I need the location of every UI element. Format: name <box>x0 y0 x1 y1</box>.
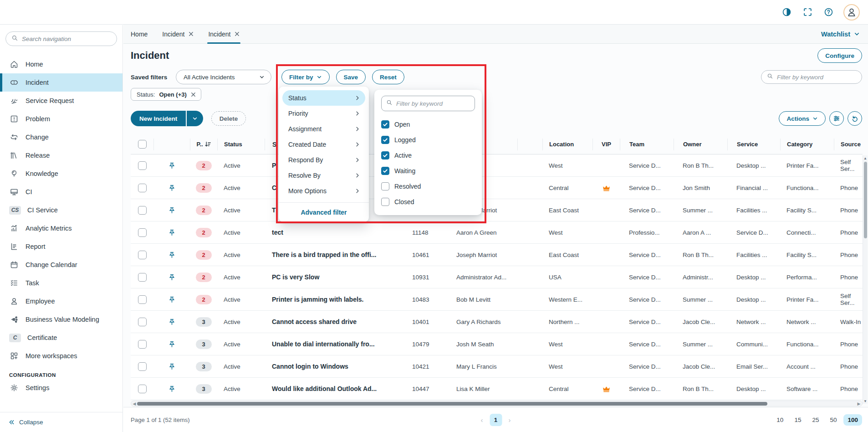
checkbox-unchecked-icon[interactable] <box>381 198 389 206</box>
status-option-resolved[interactable]: Resolved <box>381 179 475 194</box>
tab-home-0[interactable]: Home <box>131 25 148 44</box>
tab-incident-2[interactable]: Incident <box>208 25 240 44</box>
column-settings-icon[interactable] <box>829 111 844 126</box>
table-row[interactable]: 2Activetect11148Aaron A GreenWestProfess… <box>131 221 863 244</box>
vertical-scrollbar[interactable]: ▲ ▼ <box>863 155 868 404</box>
sidebar-item-report[interactable]: Report <box>0 237 123 256</box>
title-cell[interactable]: tect <box>265 229 406 236</box>
pin-icon[interactable] <box>168 229 176 237</box>
pin-icon[interactable] <box>168 340 176 348</box>
row-checkbox[interactable] <box>138 273 147 282</box>
source-column-header[interactable]: Source <box>834 139 863 150</box>
actions-dropdown-button[interactable]: Actions <box>779 111 826 126</box>
table-row[interactable]: 2ActiveThere is a bird trapped in the of… <box>131 244 863 266</box>
sidebar-item-home[interactable]: Home <box>0 55 123 73</box>
vertical-scrollbar-thumb[interactable] <box>864 162 867 238</box>
title-cell[interactable]: PC is very Slow <box>265 273 406 281</box>
pin-icon[interactable] <box>168 363 176 370</box>
sidebar-item-more-workspaces[interactable]: More workspaces <box>0 347 123 365</box>
table-row[interactable]: 3ActiveCannot login to Windows10421Mary … <box>131 355 863 378</box>
pin-icon[interactable] <box>168 184 176 192</box>
sidebar-item-business-value-modeling[interactable]: Business Value Modeling <box>0 310 123 329</box>
title-cell[interactable]: Unable to dial internationally fro... <box>265 340 406 348</box>
checkbox-checked-icon[interactable] <box>381 151 389 159</box>
row-checkbox[interactable] <box>138 161 147 170</box>
pin-icon[interactable] <box>168 385 176 393</box>
table-row[interactable]: 2ActivePrinter is jamming with labels.10… <box>131 288 863 311</box>
page-size-15[interactable]: 15 <box>790 414 805 426</box>
filter-by-button[interactable]: Filter by <box>281 70 330 84</box>
saved-filters-select[interactable]: All Active Incidents <box>176 70 271 84</box>
status-option-waiting[interactable]: Waiting <box>381 163 475 179</box>
page-size-50[interactable]: 50 <box>826 414 841 426</box>
avatar[interactable] <box>843 4 860 21</box>
filter-chip-status[interactable]: Status: Open (+3) <box>131 88 201 101</box>
tab-close-icon[interactable] <box>189 31 194 36</box>
sidebar-search-input[interactable] <box>22 36 111 42</box>
status-option-open[interactable]: Open <box>381 117 475 132</box>
watchlist-dropdown[interactable]: Watchlist <box>821 31 860 38</box>
status-filter-search[interactable] <box>381 96 475 111</box>
filter-menu-item-created-date[interactable]: Created Date <box>282 137 365 152</box>
vip-column-header[interactable]: VIP <box>592 139 620 150</box>
sidebar-item-change[interactable]: Change <box>0 128 123 146</box>
row-checkbox[interactable] <box>138 251 147 259</box>
reset-button[interactable]: Reset <box>372 70 404 84</box>
select-all-checkbox[interactable] <box>138 140 147 149</box>
new-incident-button[interactable]: New Incident <box>131 111 186 126</box>
table-row[interactable]: 3ActiveCannot access shared drive10401Ga… <box>131 311 863 333</box>
page-size-25[interactable]: 25 <box>808 414 823 426</box>
sidebar-item-ci-service[interactable]: CSCI Service <box>0 201 123 219</box>
scroll-right-icon[interactable]: ▶ <box>856 401 862 406</box>
chip-remove-icon[interactable] <box>191 92 196 97</box>
table-row[interactable]: 2ActivePC is very Slow10931Administrator… <box>131 266 863 288</box>
sidebar-item-certificate[interactable]: CCertificate <box>0 329 123 347</box>
filter-menu-item-more-options[interactable]: More Options <box>282 183 365 199</box>
page-size-10[interactable]: 10 <box>772 414 787 426</box>
horizontal-scrollbar-thumb[interactable] <box>137 402 767 406</box>
sidebar-item-release[interactable]: Release <box>0 146 123 165</box>
sidebar-item-employee[interactable]: Employee <box>0 292 123 310</box>
sidebar-item-problem[interactable]: Problem <box>0 110 123 128</box>
pin-icon[interactable] <box>168 251 176 259</box>
keyword-filter-input[interactable] <box>777 74 856 81</box>
row-checkbox[interactable] <box>138 340 147 349</box>
new-incident-dropdown[interactable] <box>187 111 203 126</box>
sidebar-item-service-request[interactable]: Service Request <box>0 92 123 110</box>
table-row[interactable]: 2ActivePWestService D...Ron B Th...Deskt… <box>131 154 863 177</box>
status-filter-search-input[interactable] <box>396 100 470 107</box>
pager-current-page[interactable]: 1 <box>490 414 502 426</box>
tab-close-icon[interactable] <box>235 31 240 36</box>
table-row[interactable]: 2ActiveTJoseph MarriotEast CoastService … <box>131 199 863 221</box>
title-cell[interactable]: Would like additional Outlook Ad... <box>265 385 406 392</box>
sidebar-item-settings[interactable]: Settings <box>0 379 123 397</box>
scroll-up-icon[interactable]: ▲ <box>863 155 868 161</box>
filter-menu-item-respond-by[interactable]: Respond By <box>282 152 365 168</box>
tab-incident-1[interactable]: Incident <box>162 25 194 44</box>
pin-icon[interactable] <box>168 318 176 326</box>
title-cell[interactable]: Printer is jamming with labels. <box>265 296 406 303</box>
filter-menu-item-assignment[interactable]: Assignment <box>282 121 365 137</box>
delete-button[interactable]: Delete <box>211 111 246 126</box>
checkbox-unchecked-icon[interactable] <box>381 182 389 190</box>
sidebar-item-incident[interactable]: Incident <box>0 73 123 92</box>
category-column-header[interactable]: Category <box>780 139 834 150</box>
advanced-filter-link[interactable]: Advanced filter <box>282 203 365 222</box>
refresh-undo-icon[interactable] <box>848 111 862 126</box>
pin-icon[interactable] <box>168 206 176 214</box>
configure-button[interactable]: Configure <box>817 48 862 63</box>
sidebar-item-task[interactable]: Task <box>0 274 123 292</box>
pin-icon[interactable] <box>168 162 176 170</box>
service-column-header[interactable]: Service <box>727 139 780 150</box>
table-row[interactable]: 3ActiveWould like additional Outlook Ad.… <box>131 378 863 400</box>
table-row[interactable]: 3ActiveUnable to dial internationally fr… <box>131 333 863 355</box>
status-option-logged[interactable]: Logged <box>381 132 475 148</box>
row-checkbox[interactable] <box>138 362 147 371</box>
filter-menu-item-resolve-by[interactable]: Resolve By <box>282 168 365 183</box>
checkbox-checked-icon[interactable] <box>381 136 389 144</box>
owner-column-header[interactable]: Owner <box>674 139 727 150</box>
sidebar-collapse-button[interactable]: Collapse <box>0 412 123 432</box>
row-checkbox[interactable] <box>138 206 147 215</box>
save-button[interactable]: Save <box>336 70 366 84</box>
sidebar-item-change-calendar[interactable]: Change Calendar <box>0 256 123 274</box>
